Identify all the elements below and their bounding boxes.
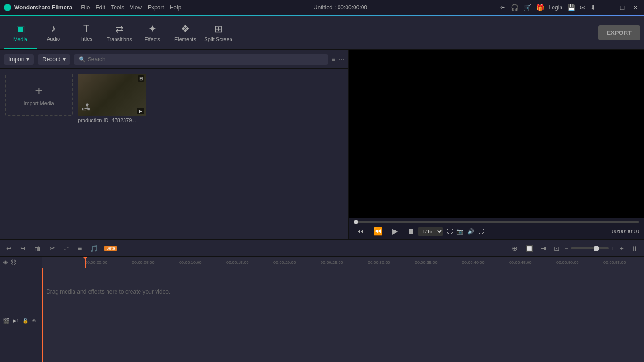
volume-icon[interactable]: 🔊 [467, 228, 474, 235]
record-button[interactable]: Record ▾ [38, 54, 70, 65]
import-button[interactable]: Import ▾ [4, 54, 34, 65]
media-content: + Import Media 🏞 ⊞ ▶ production ID_47823… [0, 69, 348, 239]
expand-icon[interactable]: ⛶ [478, 228, 484, 235]
prev-frame-button[interactable]: ⏪ [371, 226, 386, 237]
grid-icon[interactable]: ⋯ [339, 56, 345, 63]
menu-help[interactable]: Help [170, 4, 182, 11]
timeline: ↩ ↪ 🗑 ✂ ⇌ ≡ 🎵 Beta ⊕ 🔲 ⇥ ⊡ − + + ⏸ ⊕ ⛓ [0, 239, 644, 362]
titlebar-left: Wondershare Filmora File Edit Tools View… [4, 4, 181, 11]
snapshot-icon[interactable]: ⊕ [510, 244, 520, 253]
save-icon[interactable]: 💾 [567, 4, 575, 11]
audio-track-content[interactable] [42, 315, 644, 362]
ripple-button[interactable]: ≡ [75, 244, 84, 253]
toolbar-elements[interactable]: ❖ Elements [169, 17, 202, 49]
delete-button[interactable]: 🗑 [32, 244, 43, 253]
video-lock-icon[interactable]: 🔓 [22, 318, 29, 324]
timeline-pause-button[interactable]: ⏸ [629, 244, 640, 253]
timeline-ruler: 00:00:00:00 00:00:05:00 00:00:10:00 00:0… [42, 257, 644, 268]
video-track-content[interactable]: Drag media and effects here to create yo… [42, 268, 644, 315]
titles-icon: T [83, 23, 89, 34]
ruler-tick-9: 00:00:45:00 [509, 260, 556, 265]
zoom-slider[interactable] [571, 247, 609, 249]
playback-row: ⏮ ⏪ ▶ ⏹ 1/16 ⛶ 📷 🔊 ⛶ 00:00:00:00 [354, 226, 639, 237]
toolbar-titles[interactable]: T Titles [70, 17, 103, 49]
transitions-icon: ⇄ [116, 23, 124, 34]
download-icon[interactable]: ⬇ [590, 4, 596, 11]
media-item-name: production ID_4782379... [78, 117, 146, 123]
cart-icon[interactable]: 🛒 [523, 4, 531, 11]
ruler-tick-4: 00:00:20:00 [273, 260, 321, 265]
crop-icon[interactable]: ⊡ [552, 244, 562, 253]
mix-icon[interactable]: ⇥ [538, 244, 549, 253]
add-media-icon: + [35, 83, 42, 99]
export-button[interactable]: EXPORT [598, 25, 640, 40]
mail-icon[interactable]: ✉ [580, 4, 586, 11]
zoom-plus-icon[interactable]: + [611, 245, 615, 252]
menu-bar: File Edit Tools View Export Help [81, 4, 181, 11]
ruler-tick-7: 00:00:35:00 [415, 260, 462, 265]
import-label: Import [8, 56, 25, 63]
filter-icon[interactable]: ≡ [332, 56, 335, 63]
track-settings-icon[interactable]: 🔲 [523, 244, 536, 253]
undo-button[interactable]: ↩ [4, 244, 14, 253]
menu-edit[interactable]: Edit [95, 4, 105, 11]
ruler-tick-10: 00:00:50:00 [556, 260, 603, 265]
step-back-button[interactable]: ⏮ [354, 226, 367, 237]
menu-view[interactable]: View [130, 4, 142, 11]
maximize-button[interactable]: □ [618, 4, 627, 11]
main-area: Import ▾ Record ▾ 🔍 ≡ ⋯ + Import Media [0, 50, 644, 239]
play-button[interactable]: ▶ [389, 226, 401, 237]
split-screen-icon: ⊞ [215, 23, 223, 34]
import-chevron-icon: ▾ [26, 56, 29, 63]
search-input[interactable] [88, 56, 323, 63]
toolbar-audio[interactable]: ♪ Audio [37, 17, 70, 49]
record-label: Record [42, 56, 61, 63]
toolbar-transitions[interactable]: ⇄ Transitions [103, 17, 136, 49]
beta-badge: Beta [104, 246, 117, 251]
preview-panel: ⏮ ⏪ ▶ ⏹ 1/16 ⛶ 📷 🔊 ⛶ 00:00:00:00 [349, 50, 644, 239]
sun-icon[interactable]: ☀ [500, 4, 506, 11]
search-icon: 🔍 [79, 56, 86, 63]
ruler-tick-11: 00:00:55:00 [603, 260, 644, 265]
login-button[interactable]: Login [549, 4, 562, 11]
record-chevron-icon: ▾ [63, 56, 66, 63]
video-eye-icon[interactable]: 👁 [32, 318, 37, 324]
import-media-placeholder[interactable]: + Import Media [5, 74, 73, 116]
audio-button[interactable]: 🎵 [88, 244, 100, 253]
zoom-minus-icon[interactable]: − [565, 245, 568, 252]
screenshot-icon[interactable]: 📷 [456, 228, 463, 235]
search-box[interactable]: 🔍 [74, 54, 328, 65]
app-logo [4, 4, 11, 11]
stop-button[interactable]: ⏹ [405, 226, 418, 237]
video-track-icon: 🎬 [3, 318, 10, 324]
close-button[interactable]: ✕ [631, 4, 640, 11]
minimize-button[interactable]: ─ [604, 4, 614, 11]
speed-selector[interactable]: 1/16 [418, 227, 443, 236]
add-track-button[interactable]: + [618, 244, 626, 253]
track-controls-header: ⊕ ⛓ 🎬 ▶1 🔓 👁 🎵 ♫1 🔓 🔊 [0, 257, 42, 362]
headphone-icon[interactable]: 🎧 [511, 4, 519, 11]
video-track-controls: 🎬 ▶1 🔓 👁 [0, 268, 42, 362]
ruler-tick-6: 00:00:30:00 [368, 260, 415, 265]
adjust-button[interactable]: ⇌ [61, 244, 72, 253]
redo-button[interactable]: ↪ [18, 244, 28, 253]
fullscreen-icon[interactable]: ⛶ [447, 228, 453, 235]
toolbar-effects[interactable]: ✦ Effects [136, 17, 169, 49]
menu-file[interactable]: File [81, 4, 90, 11]
preview-time: 00:00:00:00 [612, 229, 639, 234]
main-toolbar: ▣ Media ♪ Audio T Titles ⇄ Transitions ✦… [0, 16, 644, 50]
title-bar: Wondershare Filmora File Edit Tools View… [0, 0, 644, 15]
media-actions: ≡ ⋯ [332, 56, 345, 63]
scissors-button[interactable]: ✂ [47, 244, 58, 253]
gift-icon[interactable]: 🎁 [536, 4, 544, 11]
menu-export[interactable]: Export [148, 4, 164, 11]
add-to-timeline-icon[interactable]: ⊕ [3, 259, 8, 266]
elements-icon: ❖ [181, 23, 190, 34]
preview-progress-bar[interactable] [354, 221, 639, 223]
media-item-0[interactable]: 🏞 ⊞ ▶ production ID_4782379... [78, 74, 146, 123]
toolbar-media[interactable]: ▣ Media [4, 17, 37, 49]
link-icon[interactable]: ⛓ [10, 259, 16, 266]
timeline-playhead[interactable] [85, 257, 86, 268]
toolbar-split-screen[interactable]: ⊞ Split Screen [202, 17, 235, 49]
menu-tools[interactable]: Tools [111, 4, 124, 11]
